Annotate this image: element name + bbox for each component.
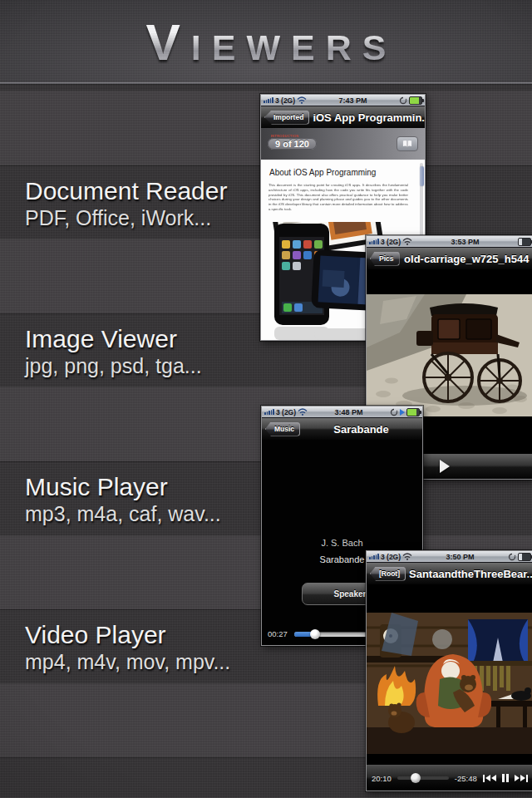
feature-formats: jpg, png, psd, tga... [25,353,202,379]
feature-video-player: Video Player mp4, m4v, mov, mpv... [25,620,230,675]
feature-music-player: Music Player mp3, m4a, caf, wav... [25,472,221,527]
clock-label: 3:48 PM [309,408,388,416]
carrier-label: 3 (2G) [381,553,401,561]
signal-icon [264,97,273,104]
navigation-bar: [Root] SantaandtheThreeBear... [367,562,532,584]
video-view[interactable]: 20:10 -25:48 [367,584,532,791]
carrier-label: 3 (2G) [275,96,295,105]
battery-icon [518,238,531,246]
wifi-icon [402,238,412,245]
battery-icon [409,96,422,105]
now-playing-icon [400,409,405,416]
nav-title: SantaandtheThreeBear... [406,568,532,580]
navigation-bar: Music Sarabande [262,417,422,440]
screenshot-video-player: 3 (2G) 3:50 PM [Root] SantaandtheThreeBe… [366,550,532,791]
video-controls-bar: 20:10 -25:48 [367,765,532,791]
feature-formats: mp4, m4v, mov, mpv... [25,649,230,675]
old-carriage-photo [367,294,532,416]
carrier-label: 3 (2G) [276,408,296,416]
slider-knob[interactable] [411,773,421,783]
page-title: Viewers [0,0,532,85]
status-bar: 3 (2G) 3:53 PM [367,236,532,247]
previous-track-icon[interactable] [483,775,496,782]
video-progress-slider[interactable] [397,776,449,780]
viewers-promo-screen: Viewers Document Reader PDF, Office, iWo… [0,0,532,798]
bookmarks-button[interactable] [397,136,418,151]
back-button-imported[interactable]: Imported [264,111,309,125]
rotation-lock-icon [508,553,516,561]
carrier-label: 3 (2G) [381,238,401,246]
back-button-music[interactable]: Music [265,422,300,436]
status-bar: 3 (2G) 7:43 PM [261,95,425,106]
feature-document-reader: Document Reader PDF, Office, iWork... [25,176,227,231]
elapsed-time: 00:27 [268,629,289,638]
scrollbar-thumb[interactable] [420,166,424,186]
play-button[interactable] [440,460,450,473]
remaining-time: -25:48 [455,774,477,783]
back-button-pics[interactable]: Pics [370,252,400,266]
nav-title: Sarabande [300,423,422,436]
feature-formats: mp3, m4a, caf, wav... [25,501,221,527]
status-bar: 3 (2G) 3:50 PM [367,551,532,562]
feature-title: Music Player [25,472,221,501]
rotation-lock-icon [390,408,398,416]
battery-icon [406,408,420,416]
playback-controls [483,774,529,782]
next-track-icon[interactable] [515,775,528,782]
page-number-badge: 9 of 120 [268,138,317,150]
document-paragraph: This document is the starting point for … [268,183,408,213]
book-icon [402,140,412,148]
clock-label: 7:43 PM [308,96,397,105]
clock-label: 3:50 PM [414,553,506,561]
elapsed-time: 20:10 [372,774,392,783]
pause-icon[interactable] [502,774,510,782]
battery-icon [518,553,531,561]
feature-formats: PDF, Office, iWork... [25,205,227,231]
wifi-icon [298,408,308,416]
feature-image-viewer: Image Viewer jpg, png, psd, tga... [25,324,202,379]
rotation-lock-icon [399,96,407,105]
section-label: INTRODUCTION [271,135,299,139]
feature-title: Document Reader [25,176,227,205]
nav-title: old-carriage_w725_h544 [400,253,532,265]
navigation-bar: Imported iOS App Programmin... [261,106,425,128]
signal-icon [369,239,379,245]
navigation-bar: Pics old-carriage_w725_h544 [367,247,532,269]
clock-label: 3:53 PM [414,238,516,246]
feature-title: Image Viewer [25,324,202,353]
back-button-root[interactable]: [Root] [370,567,406,581]
wifi-icon [402,553,412,560]
artist-label: J. S. Bach [262,538,422,548]
slider-knob[interactable] [310,629,320,639]
document-toolbar: INTRODUCTION 9 of 120 [261,128,425,160]
feature-title: Video Player [25,620,230,649]
cartoon-video-frame [367,613,532,754]
document-heading: About iOS App Programming [269,168,416,177]
signal-icon [264,409,274,416]
signal-icon [369,554,379,560]
nav-title: iOS App Programmin... [309,111,425,124]
background-band [0,84,532,91]
header: Viewers [0,0,532,82]
wifi-icon [297,96,307,104]
status-bar: 3 (2G) 3:48 PM [262,406,422,417]
